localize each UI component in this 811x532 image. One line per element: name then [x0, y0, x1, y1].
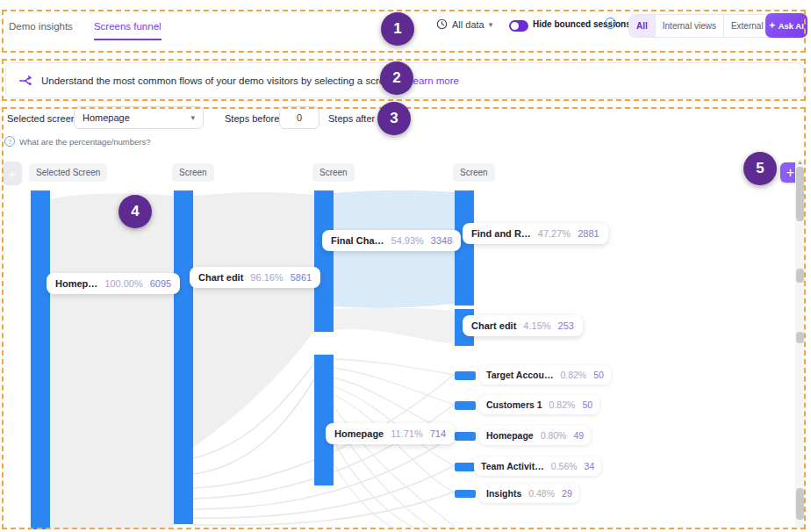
column-header-screen-2: Screen	[312, 163, 355, 182]
scrollbar-up-arrow[interactable]: ▲	[797, 159, 803, 165]
funnel-node-label[interactable]: Target Accou… 0.82% 50	[479, 365, 611, 385]
funnel-bar-homepage-col3[interactable]	[314, 355, 334, 485]
screens-funnel-page: Demo insights Screens funnel All data ▾ …	[0, 0, 811, 532]
scrollbar-segment	[796, 488, 804, 520]
funnel-bar-homepage-col4[interactable]	[455, 432, 476, 441]
funnel-node-label[interactable]: Homep… 100.00% 6095	[47, 273, 180, 294]
column-header-screen-3: Screen	[453, 163, 495, 182]
scrollbar-thumb[interactable]	[796, 167, 804, 221]
funnel-bar-homepage-selected[interactable]	[31, 191, 50, 529]
annotation-badge-2: 2	[380, 61, 413, 95]
funnel-node-label[interactable]: Chart edit 96.16% 5861	[190, 267, 320, 288]
funnel-node-label[interactable]: Insights 0.48% 29	[479, 484, 579, 503]
funnel-node-label[interactable]: Customers 1 0.82% 50	[479, 395, 599, 414]
column-header-selected-screen: Selected Screen	[29, 163, 107, 182]
funnel-bar-insights[interactable]	[455, 490, 476, 498]
scrollbar-segment	[796, 269, 804, 283]
funnel-bar-target-accou[interactable]	[455, 371, 476, 380]
annotation-badge-3: 3	[377, 102, 411, 135]
funnel-node-label[interactable]: Chart edit 4.15% 253	[463, 315, 583, 336]
scrollbar-segment	[796, 332, 804, 343]
column-header-screen-1: Screen	[172, 163, 214, 182]
funnel-node-label[interactable]: Find and R… 47.27% 2881	[463, 223, 608, 244]
funnel-bar-chart-edit[interactable]	[174, 191, 193, 524]
funnel-bar-final-cha[interactable]	[314, 191, 334, 332]
funnel-bar-customers-1[interactable]	[455, 401, 476, 410]
funnel-bar-team-activit[interactable]	[455, 463, 476, 471]
annotation-badge-4: 4	[118, 195, 152, 228]
funnel-node-label[interactable]: Final Cha… 54.93% 3348	[322, 230, 461, 251]
annotation-badge-1: 1	[381, 12, 414, 46]
funnel-node-label[interactable]: Team Activit… 0.56% 34	[474, 457, 601, 476]
funnel-node-label[interactable]: Homepage 11.71% 714	[326, 423, 455, 444]
annotation-badge-5: 5	[743, 152, 777, 185]
add-column-left-button[interactable]: +	[3, 162, 22, 185]
funnel-node-label[interactable]: Homepage 0.80% 49	[479, 426, 591, 445]
